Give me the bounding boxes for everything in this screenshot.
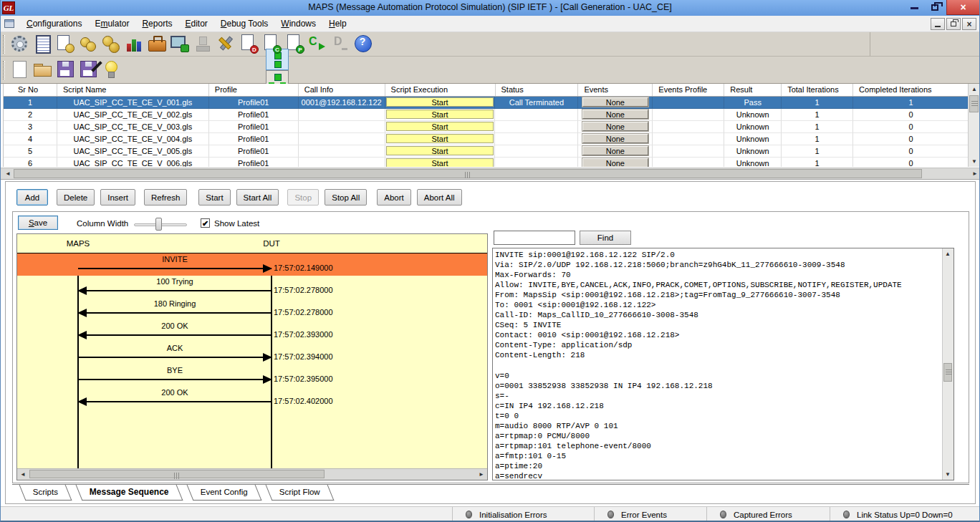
script-execution-cell[interactable]: Start	[386, 158, 494, 167]
scroll-right-arrow[interactable]: ►	[476, 469, 487, 480]
call-generation-icon[interactable]: C	[307, 33, 328, 54]
mdi-minimize-button[interactable]	[931, 18, 945, 30]
menu-editor[interactable]: Editor	[178, 19, 213, 29]
testcase-icon[interactable]	[146, 33, 168, 54]
scroll-left-arrow[interactable]: ◄	[17, 469, 29, 480]
menu-configurations[interactable]: Configurations	[20, 19, 88, 29]
script-execution-cell[interactable]: Start	[386, 110, 494, 119]
menu-reports[interactable]: Reports	[135, 19, 178, 29]
script-flow-icon[interactable]	[100, 33, 122, 54]
save-icon[interactable]	[54, 59, 76, 80]
scrollbar-thumb[interactable]	[969, 95, 979, 112]
show-latest-checkbox[interactable]: ✔	[201, 218, 210, 228]
column-header-status[interactable]: Status	[496, 84, 579, 96]
table-vertical-scrollbar[interactable]: ▲ ▼	[968, 84, 979, 167]
doc-d-icon[interactable]: D	[238, 33, 259, 54]
script-execution-cell[interactable]: Start	[386, 97, 494, 107]
testbed-setup-icon[interactable]	[9, 33, 30, 54]
hint-icon[interactable]	[100, 59, 122, 80]
close-button[interactable]: ×	[946, 0, 979, 15]
find-input[interactable]	[494, 231, 575, 245]
column-header-total-iterations[interactable]: Total Iterations	[782, 84, 853, 96]
column-header-events-profile[interactable]: Events Profile	[653, 84, 724, 96]
message-label[interactable]: INVITE	[77, 255, 272, 264]
script-contents-icon[interactable]	[77, 33, 99, 54]
cell-exec[interactable]: Start	[385, 121, 496, 133]
events-button[interactable]: None	[582, 122, 648, 131]
events-button[interactable]: None	[582, 110, 648, 119]
restore-button[interactable]	[925, 0, 946, 16]
message-label[interactable]: BYE	[77, 366, 272, 374]
cell-events[interactable]: None	[578, 109, 653, 121]
cell-events[interactable]: None	[578, 133, 653, 145]
profile-editor-icon[interactable]	[32, 33, 53, 54]
help-icon[interactable]: ?	[352, 33, 374, 54]
table-row[interactable]: 5UAC_SIP_CC_TE_CE_V_005.glsProfile01Star…	[4, 145, 969, 158]
tab-script-flow[interactable]: Script Flow	[265, 485, 334, 501]
scroll-up-arrow[interactable]: ▲	[969, 84, 980, 95]
start-all-button[interactable]: Start All	[236, 189, 279, 206]
scrollbar-thumb[interactable]	[943, 363, 952, 382]
statistics-icon[interactable]	[123, 33, 145, 54]
events-button[interactable]: None	[582, 146, 648, 155]
events-button[interactable]: None	[582, 158, 648, 167]
table-horizontal-scrollbar[interactable]: ◄ ►	[1, 168, 980, 180]
stop-all-button[interactable]: Stop All	[325, 189, 367, 206]
script-execution-cell[interactable]: Start	[386, 146, 494, 155]
message-label[interactable]: 200 OK	[77, 322, 272, 330]
delete-button[interactable]: Delete	[57, 189, 95, 206]
cell-exec[interactable]: Start	[385, 97, 496, 109]
sip-message-box[interactable]: INVITE sip:0001@192.168.12.122 SIP/2.0Vi…	[492, 248, 954, 480]
script-execution-cell[interactable]: Start	[386, 134, 494, 143]
cell-events[interactable]: None	[578, 121, 653, 133]
cell-exec[interactable]: Start	[385, 158, 496, 167]
column-header-result[interactable]: Result	[724, 84, 782, 96]
column-header-completed-iterations[interactable]: Completed Iterations	[853, 84, 969, 96]
table-row[interactable]: 6UAC_SIP_CC_TE_CE_V_006.glsProfile01Star…	[4, 158, 969, 167]
abort-all-button[interactable]: Abort All	[417, 189, 462, 206]
find-button[interactable]: Find	[580, 231, 631, 245]
stop-button[interactable]: Stop	[287, 189, 319, 206]
message-vertical-scrollbar[interactable]: ▲ ▼	[942, 248, 953, 480]
tab-scripts[interactable]: Scripts	[19, 485, 72, 501]
menu-debug-tools[interactable]: Debug Tools	[214, 19, 275, 29]
minimize-button[interactable]	[903, 0, 925, 16]
menu-emulator[interactable]: Emulator	[88, 19, 135, 29]
scroll-left-arrow[interactable]: ◄	[2, 168, 14, 179]
column-header-profile[interactable]: Profile	[209, 84, 299, 96]
column-header-events[interactable]: Events	[578, 84, 653, 96]
column-header-sr-no[interactable]: Sr No	[4, 84, 57, 96]
save-as-icon[interactable]	[77, 59, 99, 80]
add-button[interactable]: Add	[16, 189, 48, 206]
cell-exec[interactable]: Start	[385, 133, 496, 145]
events-button[interactable]: None	[582, 97, 648, 107]
menu-windows[interactable]: Windows	[274, 19, 322, 29]
column-header-call-info[interactable]: Call Info	[299, 84, 385, 96]
script-editor-icon[interactable]	[54, 33, 76, 54]
menu-help[interactable]: Help	[322, 19, 353, 29]
open-icon[interactable]	[32, 59, 53, 80]
table-row[interactable]: 1UAC_SIP_CC_TE_CE_V_001.glsProfile010001…	[4, 97, 969, 109]
scrollbar-thumb[interactable]	[14, 169, 922, 178]
script-execution-cell[interactable]: Start	[386, 122, 494, 131]
message-label[interactable]: 180 Ringing	[77, 299, 272, 308]
message-label[interactable]: 100 Trying	[77, 277, 272, 286]
column-header-script-name[interactable]: Script Name	[57, 84, 209, 96]
scroll-down-arrow[interactable]: ▼	[969, 156, 980, 167]
call-reception-icon[interactable]: D	[330, 33, 351, 54]
tab-message-sequence[interactable]: Message Sequence	[76, 485, 183, 501]
new-icon[interactable]	[9, 59, 30, 80]
cell-events[interactable]: None	[578, 97, 653, 109]
mdi-restore-button[interactable]	[946, 18, 961, 30]
scroll-down-arrow[interactable]: ▼	[942, 469, 953, 480]
cell-exec[interactable]: Start	[385, 109, 496, 121]
insert-button[interactable]: Insert	[100, 189, 135, 206]
column-width-slider-thumb[interactable]	[155, 218, 162, 231]
scroll-right-arrow[interactable]: ►	[969, 168, 980, 179]
start-button[interactable]: Start	[198, 189, 230, 206]
message-label[interactable]: 200 OK	[77, 388, 272, 397]
events-button[interactable]: None	[582, 134, 648, 143]
scrollbar-thumb[interactable]	[29, 470, 325, 478]
remote-access-icon[interactable]	[169, 33, 191, 54]
wizard-icon[interactable]	[215, 33, 236, 54]
